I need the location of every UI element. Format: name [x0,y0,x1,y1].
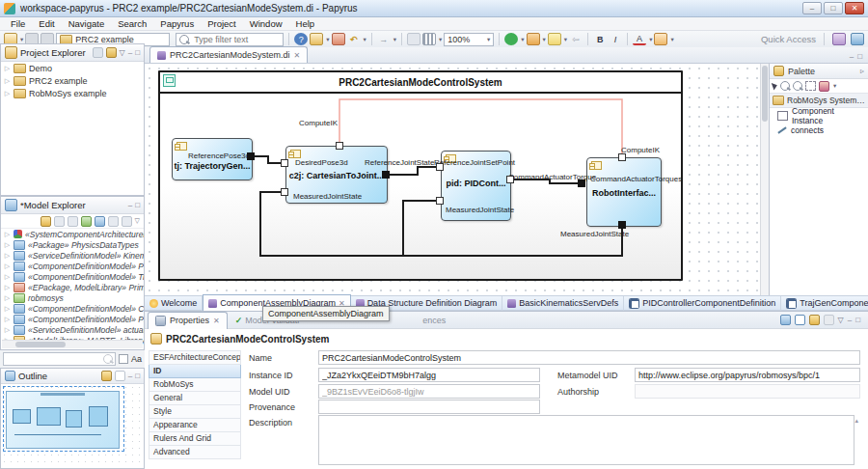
grid-dropdown-icon[interactable]: ▾ [439,36,442,43]
expander-icon[interactable]: ▷ [4,294,11,302]
port-anchor[interactable] [382,171,390,179]
authorship-field[interactable] [635,384,860,399]
component-trajectory-generator[interactable]: ReferencePose3d tj: TrajectoryGen... [172,138,253,180]
scroll-up-icon[interactable]: ▴ [854,417,858,425]
model-item[interactable]: ▷«ComponentDefinitionModel» CartesianTo [1,303,144,314]
category-rulers-grid[interactable]: Rulers And Grid [149,432,241,446]
outline-thumbnail[interactable] [1,384,144,469]
maximize-view-icon[interactable]: □ [855,316,860,324]
filter-search-box[interactable] [176,33,284,46]
port[interactable] [436,197,444,205]
grid-layout-icon[interactable] [422,33,436,45]
zoom-combo[interactable]: 100% ▾ [444,33,494,46]
link-model-icon[interactable] [41,216,51,227]
papyrus-perspective-icon[interactable] [832,33,846,45]
maximize-editor-icon[interactable]: □ [857,52,862,61]
tab-properties[interactable]: Properties ✕ [148,312,228,329]
pin-view-icon[interactable] [795,315,805,325]
project-item-prc2[interactable]: ▷ PRC2 example [1,74,144,87]
model-item[interactable]: ▷«ComponentDefinitionModel» PIDControl [1,261,144,271]
category-esf-architecture[interactable]: ESFArchitectureConcepts [149,350,241,365]
model-explorer-hscrollbar[interactable] [2,340,143,348]
page-tab-trajgen[interactable]: TrajGenComponentDefinition [781,296,868,311]
model-item[interactable]: ▷«ServiceDefinitionModel» KinematicsServ… [1,250,144,261]
component-robot-interface[interactable]: CommandActuatorTorques RobotInterfac... [586,157,662,227]
perspective-icon[interactable] [851,33,864,45]
scrollbar-thumb[interactable] [762,66,768,122]
scrollbar-thumb[interactable] [15,342,66,347]
project-item-robmosys[interactable]: ▷ RobMoSys example [1,87,144,99]
editor-tab[interactable]: PRC2CartesianModeSystem.di ✕ [149,46,308,63]
filter-input[interactable] [192,34,273,45]
view-menu-icon[interactable]: ▽ [838,316,844,324]
maximize-window-button[interactable]: □ [824,2,843,14]
note-dropdown-icon[interactable]: ▾ [564,36,567,43]
pose-connector[interactable] [253,156,282,163]
expander-icon[interactable]: ▷ [4,316,11,323]
view-menu-icon[interactable]: ▽ [120,48,125,57]
minimize-editor-icon[interactable]: – [850,52,854,61]
outline-viewport-rect[interactable] [3,386,124,452]
add-diagram-icon[interactable] [81,216,92,227]
close-tab-icon[interactable]: ✕ [294,51,301,60]
sort-icon[interactable] [54,216,65,227]
menu-papyrus[interactable]: Papyrus [153,18,201,29]
menu-window[interactable]: Window [243,18,289,29]
forward-nav-dropdown-icon[interactable]: ▾ [393,36,396,43]
minimize-view-icon[interactable]: – [128,48,132,57]
expander-icon[interactable]: ▷ [4,241,11,249]
case-sensitive-checkbox[interactable] [119,354,128,364]
expander-icon[interactable]: ▷ [4,65,11,72]
bold-icon[interactable]: B [593,33,607,45]
category-advanced[interactable]: Advanced [149,446,241,459]
minimize-view-icon[interactable]: – [128,201,132,209]
view-menu-icon[interactable]: ▽ [135,217,140,225]
help-icon[interactable]: ? [294,33,308,45]
palette-tools-dropdown-icon[interactable]: ▾ [833,82,836,90]
port[interactable] [336,142,343,150]
expander-icon[interactable]: ▷ [4,326,11,334]
menu-edit[interactable]: Edit [32,18,61,29]
collapse-more-icon[interactable] [122,216,132,227]
category-appearance[interactable]: Appearance [149,419,241,432]
model-item[interactable]: ▷«ComponentDefinitionModel» PRC2Robot [1,314,144,324]
diagram-canvas[interactable]: PRC2CartesianModeControlSystem Reference… [145,64,760,295]
align-left-icon[interactable]: ⇦ [569,33,583,45]
model-item[interactable]: ▷robmosys [1,292,144,303]
model-item[interactable]: ▷«ComponentDefinitionModel» TrajectoryG [1,271,144,282]
description-field[interactable] [318,415,854,465]
port-anchor[interactable] [618,221,626,229]
fill-color-dropdown-icon[interactable]: ▾ [670,36,673,43]
model-item[interactable]: ▷«EPackage, ModelLibrary» PrimitiveTypes [1,282,144,292]
feedback-branch-connector[interactable] [403,201,437,256]
model-item[interactable]: ▷«Package» PhysicsDataTypes [1,239,144,250]
palette-pin-icon[interactable]: ▹ [860,67,864,75]
expander-icon[interactable]: ▷ [4,252,11,260]
port[interactable] [281,159,288,167]
menu-help[interactable]: Help [289,18,322,29]
port-anchor[interactable] [578,179,585,187]
navigate-icon[interactable] [95,216,105,227]
expander-icon[interactable]: ▷ [4,90,11,97]
link-editor-icon[interactable] [407,33,420,45]
layout-icon[interactable] [824,315,834,325]
zoom-out-tool-icon[interactable] [793,81,802,91]
font-color-dropdown-icon[interactable]: ▾ [649,36,652,43]
new-model-icon[interactable] [310,33,323,45]
model-item[interactable]: ▷«SystemComponentArchitectureModel, S [1,229,144,239]
validate-icon[interactable] [504,33,518,45]
name-field[interactable] [318,350,860,365]
close-tab-icon[interactable]: ✕ [213,317,220,325]
expander-icon[interactable]: ▷ [4,231,11,238]
menu-navigate[interactable]: Navigate [62,18,112,29]
port-anchor[interactable] [247,152,255,160]
overview-mode-icon[interactable] [101,371,112,381]
thumbnail-mode-icon[interactable] [115,371,125,381]
minimize-view-icon[interactable]: – [128,372,132,380]
model-filter-input[interactable] [3,352,116,366]
minimize-window-button[interactable]: – [802,2,822,14]
expander-icon[interactable]: ▷ [4,77,11,85]
collapse-all-icon[interactable] [93,47,103,58]
category-id[interactable]: ID [149,365,241,378]
new-model-dropdown-icon[interactable]: ▾ [326,36,329,43]
